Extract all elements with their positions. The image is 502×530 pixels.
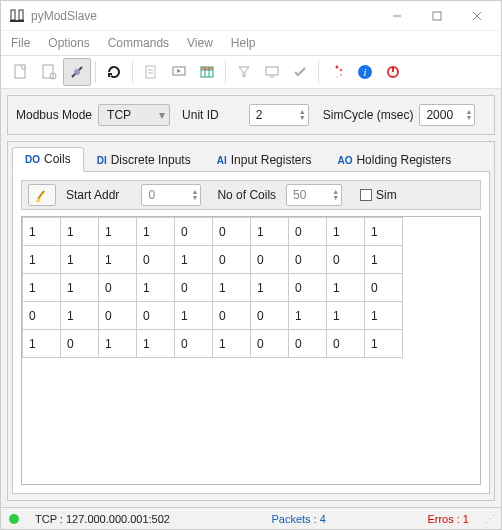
coil-cell[interactable]: 0 xyxy=(23,302,61,330)
close-button[interactable] xyxy=(457,2,497,30)
svg-text:i: i xyxy=(363,66,366,78)
info-icon[interactable]: i xyxy=(351,58,379,86)
coil-cell[interactable]: 1 xyxy=(99,218,137,246)
menu-file[interactable]: File xyxy=(11,36,30,50)
coil-cell[interactable]: 0 xyxy=(175,274,213,302)
menu-commands[interactable]: Commands xyxy=(108,36,169,50)
coil-cell[interactable]: 0 xyxy=(213,218,251,246)
toolbar-separator xyxy=(132,61,133,83)
coil-cell[interactable]: 0 xyxy=(61,330,99,358)
menu-options[interactable]: Options xyxy=(48,36,89,50)
filter-icon[interactable] xyxy=(230,58,258,86)
tab-coils[interactable]: DO Coils xyxy=(12,147,84,172)
coil-cell[interactable]: 0 xyxy=(327,330,365,358)
startaddr-stepper[interactable]: 0 ▲▼ xyxy=(141,184,201,206)
coil-cell[interactable]: 1 xyxy=(137,274,175,302)
coil-cell[interactable]: 1 xyxy=(61,302,99,330)
tab-prefix: DI xyxy=(97,155,107,166)
coil-cell[interactable]: 1 xyxy=(23,330,61,358)
clear-button[interactable] xyxy=(28,184,56,206)
tab-prefix: AO xyxy=(337,155,352,166)
mode-select[interactable]: TCP ▾ xyxy=(98,104,170,126)
coil-cell[interactable]: 1 xyxy=(99,330,137,358)
refresh-icon[interactable] xyxy=(100,58,128,86)
count-stepper[interactable]: 50 ▲▼ xyxy=(286,184,342,206)
coils-grid[interactable]: 1111001011111010000111010110100100100111… xyxy=(21,216,481,485)
tab-discrete[interactable]: DI Discrete Inputs xyxy=(84,148,204,172)
coil-cell[interactable]: 1 xyxy=(213,330,251,358)
coil-cell[interactable]: 1 xyxy=(365,302,403,330)
coil-cell[interactable]: 0 xyxy=(175,218,213,246)
menu-view[interactable]: View xyxy=(187,36,213,50)
coil-cell[interactable]: 0 xyxy=(99,274,137,302)
coil-cell[interactable]: 1 xyxy=(365,246,403,274)
loading-icon[interactable] xyxy=(323,58,351,86)
connect-icon[interactable] xyxy=(63,58,91,86)
table-row: 1111001011 xyxy=(23,218,403,246)
sim-checkbox-group[interactable]: Sim xyxy=(360,188,397,202)
coil-cell[interactable]: 0 xyxy=(327,246,365,274)
svg-rect-1 xyxy=(11,10,15,20)
coil-cell[interactable]: 0 xyxy=(137,302,175,330)
svg-rect-11 xyxy=(146,66,155,78)
coil-cell[interactable]: 1 xyxy=(327,274,365,302)
coil-cell[interactable]: 0 xyxy=(289,246,327,274)
tab-prefix: DO xyxy=(25,154,40,165)
coil-cell[interactable]: 1 xyxy=(99,246,137,274)
coil-cell[interactable]: 1 xyxy=(365,330,403,358)
power-icon[interactable] xyxy=(379,58,407,86)
coil-cell[interactable]: 0 xyxy=(99,302,137,330)
coil-cell[interactable]: 0 xyxy=(251,246,289,274)
coil-cell[interactable]: 1 xyxy=(137,218,175,246)
toolbar-separator xyxy=(318,61,319,83)
simcycle-stepper[interactable]: 2000 ▲▼ xyxy=(419,104,475,126)
check-icon[interactable] xyxy=(286,58,314,86)
coil-cell[interactable]: 1 xyxy=(327,218,365,246)
coil-cell[interactable]: 0 xyxy=(251,330,289,358)
coil-cell[interactable]: 1 xyxy=(251,218,289,246)
tab-holding[interactable]: AO Holding Registers xyxy=(324,148,464,172)
coil-cell[interactable]: 1 xyxy=(327,302,365,330)
doc-icon[interactable] xyxy=(137,58,165,86)
maximize-button[interactable] xyxy=(417,2,457,30)
coil-cell[interactable]: 1 xyxy=(61,274,99,302)
new-icon[interactable] xyxy=(7,58,35,86)
coil-cell[interactable]: 1 xyxy=(23,218,61,246)
coil-cell[interactable]: 1 xyxy=(175,246,213,274)
coil-cell[interactable]: 1 xyxy=(175,302,213,330)
tab-bar: DO Coils DI Discrete Inputs AI Input Reg… xyxy=(12,146,490,172)
coil-cell[interactable]: 1 xyxy=(23,246,61,274)
coil-cell[interactable]: 0 xyxy=(213,302,251,330)
monitor-icon[interactable] xyxy=(165,58,193,86)
coil-cell[interactable]: 1 xyxy=(23,274,61,302)
coil-cell[interactable]: 0 xyxy=(289,274,327,302)
menu-help[interactable]: Help xyxy=(231,36,256,50)
svg-rect-7 xyxy=(15,65,25,78)
coil-cell[interactable]: 0 xyxy=(365,274,403,302)
coil-cell[interactable]: 1 xyxy=(137,330,175,358)
coil-cell[interactable]: 0 xyxy=(175,330,213,358)
coil-cell[interactable]: 0 xyxy=(289,330,327,358)
coil-cell[interactable]: 1 xyxy=(213,274,251,302)
table-icon[interactable] xyxy=(193,58,221,86)
unitid-stepper[interactable]: 2 ▲▼ xyxy=(249,104,309,126)
coil-cell[interactable]: 0 xyxy=(213,246,251,274)
svg-rect-10 xyxy=(74,69,80,75)
sim-checkbox[interactable] xyxy=(360,189,372,201)
tab-input[interactable]: AI Input Registers xyxy=(204,148,325,172)
coil-cell[interactable]: 1 xyxy=(289,302,327,330)
minimize-button[interactable] xyxy=(377,2,417,30)
svg-point-23 xyxy=(336,66,339,69)
table-row: 1011010001 xyxy=(23,330,403,358)
coil-cell[interactable]: 0 xyxy=(251,302,289,330)
open-icon[interactable] xyxy=(35,58,63,86)
coil-cell[interactable]: 0 xyxy=(289,218,327,246)
coil-cell[interactable]: 1 xyxy=(251,274,289,302)
resize-grip-icon[interactable]: ⋰ xyxy=(485,513,493,524)
coil-cell[interactable]: 1 xyxy=(365,218,403,246)
coil-cell[interactable]: 1 xyxy=(61,218,99,246)
coil-cell[interactable]: 0 xyxy=(137,246,175,274)
coil-cell[interactable]: 1 xyxy=(61,246,99,274)
tab-label: Holding Registers xyxy=(356,153,451,167)
screen-icon[interactable] xyxy=(258,58,286,86)
